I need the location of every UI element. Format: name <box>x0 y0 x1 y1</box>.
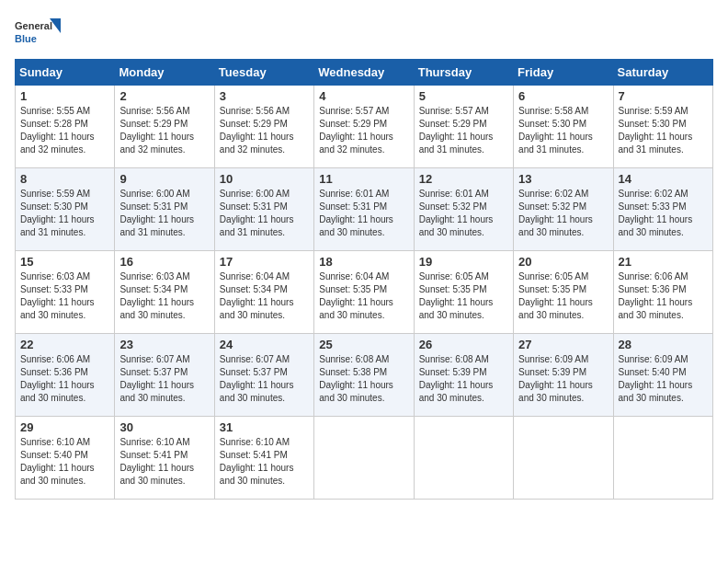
day-number: 9 <box>119 172 209 186</box>
calendar-cell: 11Sunrise: 6:01 AMSunset: 5:31 PMDayligh… <box>314 168 414 251</box>
calendar-cell: 13Sunrise: 6:02 AMSunset: 5:32 PMDayligh… <box>514 168 613 251</box>
day-info: Sunrise: 6:03 AMSunset: 5:33 PMDaylight:… <box>20 271 95 320</box>
calendar-week-row: 15Sunrise: 6:03 AMSunset: 5:33 PMDayligh… <box>16 251 713 334</box>
calendar-cell <box>414 417 513 500</box>
page-header: General Blue <box>15 15 713 52</box>
day-info: Sunrise: 6:03 AMSunset: 5:34 PMDaylight:… <box>119 271 194 320</box>
calendar-cell: 18Sunrise: 6:04 AMSunset: 5:35 PMDayligh… <box>314 251 414 334</box>
day-number: 8 <box>20 172 109 186</box>
day-number: 23 <box>119 338 209 351</box>
day-info: Sunrise: 6:08 AMSunset: 5:38 PMDaylight:… <box>319 354 393 403</box>
day-number: 15 <box>20 255 109 269</box>
svg-text:General: General <box>15 20 52 31</box>
day-info: Sunrise: 6:00 AMSunset: 5:31 PMDaylight:… <box>119 189 194 237</box>
day-info: Sunrise: 5:59 AMSunset: 5:30 PMDaylight:… <box>20 189 95 237</box>
day-info: Sunrise: 5:56 AMSunset: 5:29 PMDaylight:… <box>220 106 294 155</box>
day-number: 30 <box>119 420 209 434</box>
calendar-week-row: 8Sunrise: 5:59 AMSunset: 5:30 PMDaylight… <box>16 168 713 251</box>
day-info: Sunrise: 6:09 AMSunset: 5:39 PMDaylight:… <box>518 354 593 403</box>
calendar-cell: 20Sunrise: 6:05 AMSunset: 5:35 PMDayligh… <box>514 251 613 334</box>
day-info: Sunrise: 6:02 AMSunset: 5:32 PMDaylight:… <box>518 189 593 237</box>
day-number: 27 <box>518 338 608 351</box>
day-info: Sunrise: 6:08 AMSunset: 5:39 PMDaylight:… <box>419 354 494 403</box>
svg-text:Blue: Blue <box>15 33 37 44</box>
calendar-cell: 14Sunrise: 6:02 AMSunset: 5:33 PMDayligh… <box>613 168 712 251</box>
calendar-cell: 30Sunrise: 6:10 AMSunset: 5:41 PMDayligh… <box>115 417 214 500</box>
calendar-cell <box>613 417 712 500</box>
calendar-cell: 4Sunrise: 5:57 AMSunset: 5:29 PMDaylight… <box>314 86 414 168</box>
day-number: 24 <box>220 338 309 351</box>
day-info: Sunrise: 6:06 AMSunset: 5:36 PMDaylight:… <box>20 354 95 403</box>
day-number: 2 <box>119 89 209 103</box>
day-number: 25 <box>319 338 408 351</box>
day-number: 10 <box>220 172 309 186</box>
calendar-table: SundayMondayTuesdayWednesdayThursdayFrid… <box>15 59 713 500</box>
calendar-cell: 29Sunrise: 6:10 AMSunset: 5:40 PMDayligh… <box>16 417 115 500</box>
day-info: Sunrise: 6:07 AMSunset: 5:37 PMDaylight:… <box>220 354 294 403</box>
calendar-cell: 2Sunrise: 5:56 AMSunset: 5:29 PMDaylight… <box>115 86 214 168</box>
day-info: Sunrise: 5:58 AMSunset: 5:30 PMDaylight:… <box>518 106 593 155</box>
day-number: 14 <box>619 172 708 186</box>
calendar-cell <box>514 417 613 500</box>
day-number: 3 <box>220 89 309 103</box>
day-number: 28 <box>619 338 708 351</box>
day-number: 20 <box>518 255 608 269</box>
day-number: 19 <box>419 255 508 269</box>
day-number: 29 <box>20 420 109 434</box>
day-number: 17 <box>220 255 309 269</box>
day-header-saturday: Saturday <box>613 60 712 86</box>
logo-svg: General Blue <box>15 15 61 52</box>
day-info: Sunrise: 6:07 AMSunset: 5:37 PMDaylight:… <box>119 354 194 403</box>
calendar-cell: 28Sunrise: 6:09 AMSunset: 5:40 PMDayligh… <box>613 334 712 417</box>
calendar-cell: 31Sunrise: 6:10 AMSunset: 5:41 PMDayligh… <box>214 417 313 500</box>
day-info: Sunrise: 5:57 AMSunset: 5:29 PMDaylight:… <box>319 106 393 155</box>
day-info: Sunrise: 5:56 AMSunset: 5:29 PMDaylight:… <box>119 106 194 155</box>
day-info: Sunrise: 6:06 AMSunset: 5:36 PMDaylight:… <box>619 271 693 320</box>
day-number: 18 <box>319 255 408 269</box>
calendar-cell: 16Sunrise: 6:03 AMSunset: 5:34 PMDayligh… <box>115 251 214 334</box>
day-number: 7 <box>619 89 708 103</box>
day-header-friday: Friday <box>514 60 613 86</box>
calendar-cell: 25Sunrise: 6:08 AMSunset: 5:38 PMDayligh… <box>314 334 414 417</box>
day-info: Sunrise: 6:10 AMSunset: 5:40 PMDaylight:… <box>20 437 95 486</box>
day-info: Sunrise: 6:05 AMSunset: 5:35 PMDaylight:… <box>518 271 593 320</box>
day-number: 31 <box>220 420 309 434</box>
calendar-cell: 21Sunrise: 6:06 AMSunset: 5:36 PMDayligh… <box>613 251 712 334</box>
day-info: Sunrise: 6:00 AMSunset: 5:31 PMDaylight:… <box>220 189 294 237</box>
calendar-cell: 3Sunrise: 5:56 AMSunset: 5:29 PMDaylight… <box>214 86 313 168</box>
day-header-thursday: Thursday <box>414 60 513 86</box>
calendar-cell: 24Sunrise: 6:07 AMSunset: 5:37 PMDayligh… <box>214 334 313 417</box>
calendar-cell: 19Sunrise: 6:05 AMSunset: 5:35 PMDayligh… <box>414 251 513 334</box>
calendar-week-row: 22Sunrise: 6:06 AMSunset: 5:36 PMDayligh… <box>16 334 713 417</box>
calendar-cell: 23Sunrise: 6:07 AMSunset: 5:37 PMDayligh… <box>115 334 214 417</box>
day-info: Sunrise: 6:02 AMSunset: 5:33 PMDaylight:… <box>619 189 693 237</box>
day-info: Sunrise: 5:59 AMSunset: 5:30 PMDaylight:… <box>619 106 693 155</box>
day-number: 4 <box>319 89 408 103</box>
day-info: Sunrise: 6:01 AMSunset: 5:32 PMDaylight:… <box>419 189 494 237</box>
day-info: Sunrise: 6:01 AMSunset: 5:31 PMDaylight:… <box>319 189 393 237</box>
day-number: 16 <box>119 255 209 269</box>
day-number: 26 <box>419 338 508 351</box>
calendar-cell: 12Sunrise: 6:01 AMSunset: 5:32 PMDayligh… <box>414 168 513 251</box>
calendar-header-row: SundayMondayTuesdayWednesdayThursdayFrid… <box>16 60 713 86</box>
day-info: Sunrise: 5:57 AMSunset: 5:29 PMDaylight:… <box>419 106 494 155</box>
day-number: 22 <box>20 338 109 351</box>
day-header-tuesday: Tuesday <box>214 60 313 86</box>
calendar-cell: 15Sunrise: 6:03 AMSunset: 5:33 PMDayligh… <box>16 251 115 334</box>
calendar-cell: 7Sunrise: 5:59 AMSunset: 5:30 PMDaylight… <box>613 86 712 168</box>
day-info: Sunrise: 6:10 AMSunset: 5:41 PMDaylight:… <box>220 437 294 486</box>
day-number: 13 <box>518 172 608 186</box>
day-header-sunday: Sunday <box>16 60 115 86</box>
calendar-cell: 26Sunrise: 6:08 AMSunset: 5:39 PMDayligh… <box>414 334 513 417</box>
calendar-cell: 5Sunrise: 5:57 AMSunset: 5:29 PMDaylight… <box>414 86 513 168</box>
calendar-cell: 6Sunrise: 5:58 AMSunset: 5:30 PMDaylight… <box>514 86 613 168</box>
day-header-wednesday: Wednesday <box>314 60 414 86</box>
calendar-week-row: 29Sunrise: 6:10 AMSunset: 5:40 PMDayligh… <box>16 417 713 500</box>
day-info: Sunrise: 6:04 AMSunset: 5:34 PMDaylight:… <box>220 271 294 320</box>
day-number: 11 <box>319 172 408 186</box>
day-info: Sunrise: 6:05 AMSunset: 5:35 PMDaylight:… <box>419 271 494 320</box>
day-info: Sunrise: 6:09 AMSunset: 5:40 PMDaylight:… <box>619 354 693 403</box>
day-number: 6 <box>518 89 608 103</box>
calendar-cell: 10Sunrise: 6:00 AMSunset: 5:31 PMDayligh… <box>214 168 313 251</box>
logo: General Blue <box>15 15 61 52</box>
